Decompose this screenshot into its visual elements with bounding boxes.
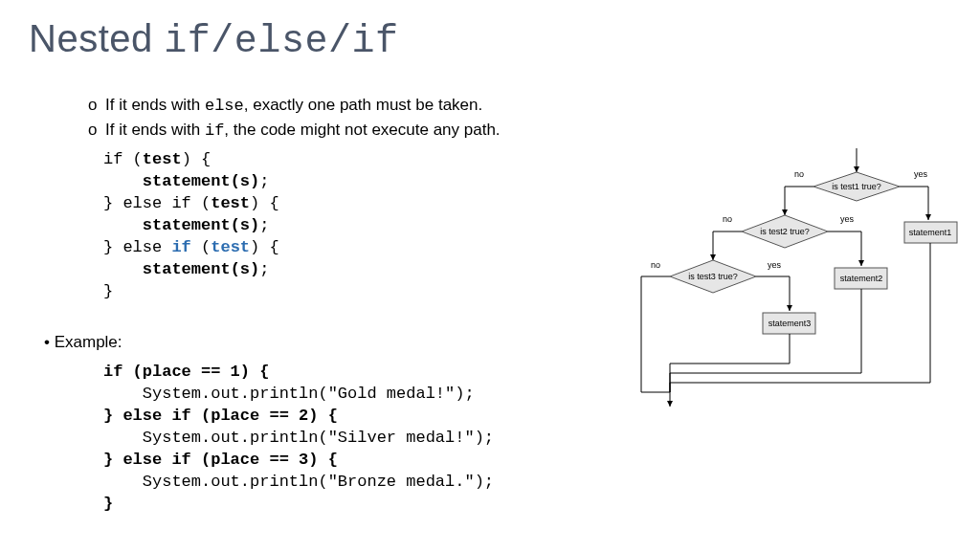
svg-text:yes: yes	[914, 169, 928, 179]
svg-text:is test3 true?: is test3 true?	[688, 272, 738, 281]
title-code: if/else/if	[164, 20, 398, 63]
bullet-list: o If it ends with else, exactly one path…	[88, 94, 501, 143]
bullet-marker: o	[88, 119, 105, 143]
syntax-code-block: if (test) { statement(s); } else if (tes…	[103, 149, 279, 303]
svg-text:is test1 true?: is test1 true?	[832, 182, 881, 191]
svg-text:statement1: statement1	[909, 228, 952, 237]
svg-text:no: no	[723, 214, 732, 224]
svg-text:no: no	[794, 169, 804, 179]
bullet-marker: o	[88, 94, 105, 119]
example-code-block: if (place == 1) { System.out.println("Go…	[103, 362, 494, 516]
flowchart-diagram: is test1 true? yes statement1 no is test…	[612, 143, 967, 411]
svg-text:is test2 true?: is test2 true?	[760, 227, 810, 236]
bullet-text: If it ends with if, the code might not e…	[105, 119, 501, 143]
example-heading: Example:	[44, 333, 122, 352]
svg-text:yes: yes	[840, 214, 855, 224]
svg-text:yes: yes	[768, 260, 782, 270]
bullet-text: If it ends with else, exactly one path m…	[105, 94, 482, 119]
svg-text:statement3: statement3	[768, 319, 812, 328]
title-word: Nested	[29, 17, 164, 59]
svg-text:statement2: statement2	[840, 274, 883, 283]
slide-title: Nested if/else/if	[29, 17, 398, 63]
svg-text:no: no	[651, 260, 660, 270]
